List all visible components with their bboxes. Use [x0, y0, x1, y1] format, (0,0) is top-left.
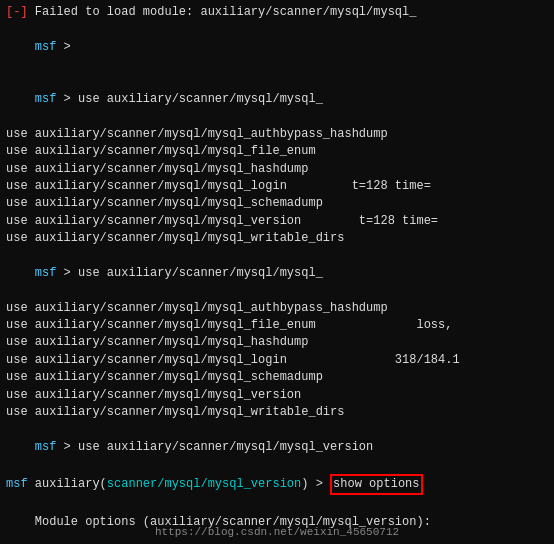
use-line-6: use auxiliary/scanner/mysql/mysql_versio… [6, 213, 548, 230]
msf-prompt-2: msf [35, 92, 57, 106]
cmd-line-use3: msf > use auxiliary/scanner/mysql/mysql_… [6, 421, 548, 473]
terminal: [-] Failed to load module: auxiliary/sca… [0, 0, 554, 544]
cmd-line-use2: msf > use auxiliary/scanner/mysql/mysql_ [6, 247, 548, 299]
msf-prompt-5: msf [6, 476, 28, 493]
use-line-14: use auxiliary/scanner/mysql/mysql_writab… [6, 404, 548, 421]
show-options-cmd[interactable]: show options [330, 474, 422, 495]
error-text: Failed to load module: auxiliary/scanner… [28, 4, 417, 21]
use-line-2: use auxiliary/scanner/mysql/mysql_file_e… [6, 143, 548, 160]
cmd-line-use1: msf > use auxiliary/scanner/mysql/mysql_ [6, 74, 548, 126]
use-line-9: use auxiliary/scanner/mysql/mysql_file_e… [6, 317, 548, 334]
msf-prompt-3: msf [35, 266, 57, 280]
cmd-use1: > use auxiliary/scanner/mysql/mysql_ [56, 92, 322, 106]
minus-red: - [13, 4, 20, 21]
bracket-red2: ] [20, 4, 27, 21]
use-line-1: use auxiliary/scanner/mysql/mysql_authby… [6, 126, 548, 143]
msf-prompt-4: msf [35, 440, 57, 454]
use-line-8: use auxiliary/scanner/mysql/mysql_authby… [6, 300, 548, 317]
module-name: scanner/mysql/mysql_version [107, 476, 301, 493]
prompt-arrow-1: > [56, 40, 70, 54]
watermark: https://blog.csdn.net/weixin_45650712 [155, 526, 399, 538]
error-line: [-] Failed to load module: auxiliary/sca… [6, 4, 548, 21]
aux-prompt-line: msf auxiliary(scanner/mysql/mysql_versio… [6, 474, 548, 495]
prompt-line-1: msf > [6, 21, 548, 73]
aux-close: ) > [301, 476, 330, 493]
use-line-13: use auxiliary/scanner/mysql/mysql_versio… [6, 387, 548, 404]
cmd-use2: > use auxiliary/scanner/mysql/mysql_ [56, 266, 322, 280]
msf-prompt-1: msf [35, 40, 57, 54]
use-line-11: use auxiliary/scanner/mysql/mysql_login … [6, 352, 548, 369]
use-line-5: use auxiliary/scanner/mysql/mysql_schema… [6, 195, 548, 212]
use-line-12: use auxiliary/scanner/mysql/mysql_schema… [6, 369, 548, 386]
use-line-3: use auxiliary/scanner/mysql/mysql_hashdu… [6, 161, 548, 178]
bracket-red: [ [6, 4, 13, 21]
aux-word: auxiliary( [28, 476, 107, 493]
use-line-7: use auxiliary/scanner/mysql/mysql_writab… [6, 230, 548, 247]
use-line-4: use auxiliary/scanner/mysql/mysql_login … [6, 178, 548, 195]
use-line-10: use auxiliary/scanner/mysql/mysql_hashdu… [6, 334, 548, 351]
cmd-use3: > use auxiliary/scanner/mysql/mysql_vers… [56, 440, 373, 454]
